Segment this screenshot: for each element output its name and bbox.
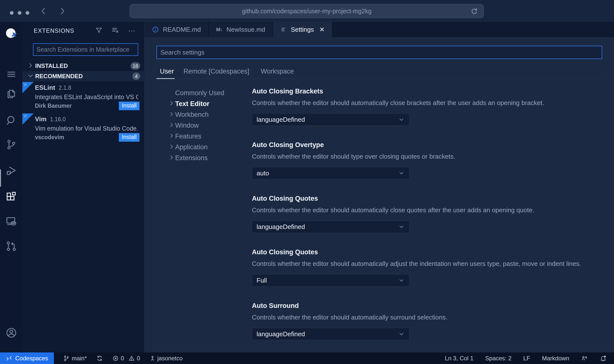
- clear-list-icon: [111, 26, 119, 34]
- toc-item-application[interactable]: Application: [156, 142, 240, 152]
- error-icon: [112, 355, 119, 362]
- cursor-position-item[interactable]: Ln 3, Col 1: [445, 355, 473, 362]
- browser-back-button[interactable]: [39, 7, 48, 15]
- recommended-section-header[interactable]: RECOMMENDED 4: [22, 71, 145, 81]
- install-button[interactable]: Install: [119, 102, 139, 110]
- chevron-down-icon: [398, 116, 405, 123]
- toc-item-extensions[interactable]: Extensions: [156, 152, 240, 163]
- setting-auto-closing-quotes: Auto Closing Quotes Controls whether the…: [252, 195, 602, 233]
- source-control-view-button[interactable]: [0, 139, 22, 150]
- menu-button[interactable]: [0, 69, 22, 79]
- vscode-workbench: EXTENSIONS ⋯ INSTALLED 16 RECO: [0, 22, 614, 352]
- chevron-right-icon: [169, 144, 174, 150]
- settings-list: Auto Closing Brackets Controls whether t…: [252, 88, 602, 352]
- recommended-ribbon: ☆: [22, 82, 34, 93]
- feedback-button[interactable]: [581, 355, 588, 362]
- problems-status-item[interactable]: 0 0: [112, 355, 140, 362]
- setting-dropdown[interactable]: languageDefined: [252, 328, 409, 340]
- clear-extensions-search-button[interactable]: [111, 26, 119, 35]
- tab-label: README.md: [163, 26, 201, 33]
- install-button[interactable]: Install: [119, 133, 139, 142]
- run-debug-view-button[interactable]: [0, 165, 22, 177]
- toc-item-text-editor[interactable]: Text Editor: [156, 98, 240, 109]
- chevron-right-icon: [169, 133, 174, 139]
- toc-item-commonly-used[interactable]: Commonly Used: [156, 88, 240, 98]
- notifications-button[interactable]: [600, 355, 607, 362]
- window-maximize-button[interactable]: [26, 11, 29, 15]
- setting-dropdown[interactable]: Full: [252, 274, 409, 287]
- extension-item-eslint[interactable]: ☆ ESLint2.1.8 Integrates ESLint JavaScri…: [22, 82, 145, 111]
- settings-editor: User Remote [Codespaces] Workspace Commo…: [145, 37, 614, 352]
- dropdown-value: languageDefined: [257, 116, 305, 123]
- remote-explorer-icon: [5, 216, 17, 228]
- hamburger-menu-icon: [6, 69, 16, 79]
- branch-status-item[interactable]: main*: [63, 355, 87, 362]
- star-icon: ☆: [23, 82, 27, 87]
- sidebar-title: EXTENSIONS: [34, 27, 74, 34]
- window-close-button[interactable]: [10, 11, 14, 15]
- extensions-view-button[interactable]: [0, 191, 22, 203]
- codespaces-remote-button[interactable]: Codespaces: [0, 352, 54, 364]
- settings-search-input[interactable]: [156, 46, 602, 59]
- close-tab-button[interactable]: ✕: [319, 26, 325, 33]
- extensions-search-input[interactable]: [33, 43, 138, 56]
- account-button[interactable]: [0, 327, 22, 339]
- search-view-button[interactable]: [0, 115, 22, 126]
- setting-title: Auto Closing Brackets: [252, 88, 602, 95]
- section-label: RECOMMENDED: [35, 73, 83, 80]
- more-actions-button[interactable]: ⋯: [128, 28, 136, 33]
- scope-tab-remote[interactable]: Remote [Codespaces]: [184, 68, 249, 75]
- setting-auto-closing-overtype: Auto Closing Overtype Controls whether t…: [252, 141, 602, 179]
- user-status-item[interactable]: jasonetco: [150, 355, 183, 362]
- eol-item[interactable]: LF: [523, 355, 530, 362]
- installed-section-header[interactable]: INSTALLED 16: [22, 61, 145, 71]
- error-count: 0: [121, 355, 124, 362]
- github-pull-request-view-button[interactable]: [0, 240, 22, 252]
- setting-dropdown[interactable]: auto: [252, 167, 409, 179]
- reload-button[interactable]: [470, 7, 478, 16]
- chevron-down-icon: [398, 224, 405, 230]
- extension-name: Vim1.16.0: [35, 115, 66, 123]
- warning-count: 0: [137, 355, 140, 362]
- browser-chrome: github.com/codespaces/user-my-project-mg…: [0, 0, 614, 22]
- window-minimize-button[interactable]: [18, 11, 21, 15]
- setting-title: Auto Surround: [252, 302, 602, 310]
- extension-version: 1.16.0: [50, 116, 66, 122]
- account-icon: [5, 327, 17, 339]
- scope-tab-user[interactable]: User: [160, 68, 174, 75]
- remote-explorer-view-button[interactable]: [0, 216, 22, 228]
- setting-dropdown[interactable]: languageDefined: [252, 113, 409, 126]
- scope-tab-workspace[interactable]: Workspace: [261, 68, 294, 75]
- extensions-sidebar: EXTENSIONS ⋯ INSTALLED 16 RECO: [22, 22, 145, 352]
- tab-newissue[interactable]: M↓ NewIssue.md: [209, 22, 273, 37]
- setting-description: Controls whether the editor should type …: [252, 153, 602, 160]
- bell-icon: [600, 355, 607, 362]
- toc-item-window[interactable]: Window: [156, 120, 240, 131]
- url-text: github.com/codespaces/user-my-project-mg…: [242, 8, 372, 15]
- toc-item-features[interactable]: Features: [156, 131, 240, 142]
- address-bar[interactable]: github.com/codespaces/user-my-project-mg…: [130, 4, 484, 18]
- tab-label: Settings: [291, 26, 314, 33]
- editor-group: README.md M↓ NewIssue.md Settings ✕ User…: [145, 22, 614, 352]
- tab-settings[interactable]: Settings ✕: [273, 22, 333, 37]
- setting-dropdown[interactable]: languageDefined: [252, 221, 409, 233]
- settings-scope-tabs: User Remote [Codespaces] Workspace: [156, 66, 602, 79]
- extensions-icon: [5, 191, 17, 203]
- chevron-right-icon: [169, 122, 174, 128]
- explorer-view-button[interactable]: [0, 88, 22, 100]
- dropdown-value: Full: [257, 277, 267, 284]
- sync-status-item[interactable]: [96, 355, 103, 362]
- tab-readme[interactable]: README.md: [145, 22, 209, 37]
- browser-forward-button[interactable]: [58, 7, 66, 15]
- extension-description: Vim emulation for Visual Studio Code...: [35, 125, 138, 132]
- language-mode-item[interactable]: Markdown: [542, 355, 569, 362]
- indentation-item[interactable]: Spaces: 2: [485, 355, 512, 362]
- chevron-right-icon: [169, 154, 174, 160]
- filter-extensions-button[interactable]: [95, 27, 103, 35]
- toc-item-workbench[interactable]: Workbench: [156, 109, 240, 120]
- setting-auto-closing-quotes-2: Auto Closing Quotes Controls whether the…: [252, 248, 602, 287]
- extension-name: ESLint2.1.8: [35, 84, 71, 91]
- pull-request-icon: [5, 240, 17, 252]
- extension-item-vim[interactable]: ☆ Vim1.16.0 Vim emulation for Visual Stu…: [22, 113, 145, 143]
- window-controls[interactable]: [10, 11, 29, 15]
